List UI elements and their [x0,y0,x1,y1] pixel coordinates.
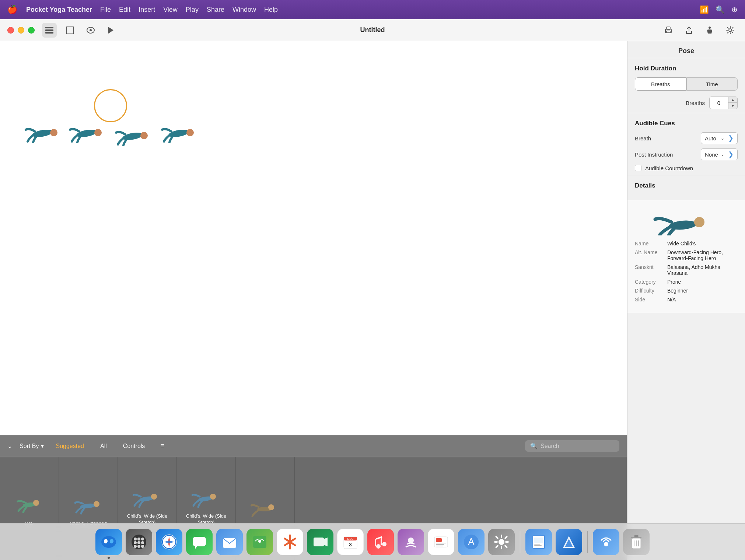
pose-alt-name-key: Alt. Name [635,249,664,261]
control-center-icon[interactable]: ⊕ [731,5,738,14]
svg-point-61 [382,542,387,546]
pose-side-val: N/A [667,297,738,302]
search-box[interactable]: 🔍 [525,440,619,452]
menu-insert[interactable]: Insert [139,6,155,14]
tab-suggested[interactable]: Suggested [51,441,88,452]
dock-photos[interactable] [277,529,303,555]
pose-figure-1[interactable] [22,115,66,144]
stepper-buttons: ▲ ▼ [728,97,737,109]
svg-rect-82 [631,537,641,538]
tab-controls[interactable]: Controls [119,441,150,452]
toolbar-right [661,23,738,38]
play-button[interactable] [104,24,117,37]
preview-icon[interactable] [83,23,98,38]
dock-launchpad[interactable] [126,529,152,555]
svg-point-5 [90,29,92,31]
menu-help[interactable]: Help [264,6,278,14]
svg-point-33 [104,539,108,543]
breath-select[interactable]: Auto ⌄ ❯ [701,132,738,144]
svg-point-17 [140,132,148,139]
app-name[interactable]: Pocket Yoga Teacher [26,6,92,14]
pose-info-panel: Name Wide Child's Alt. Name Downward-Fac… [627,200,745,313]
breaths-button[interactable]: Breaths [635,77,686,91]
breaths-input[interactable] [710,98,728,108]
close-button[interactable] [7,27,14,34]
dock-mail[interactable] [216,529,243,555]
collapse-button[interactable]: ⌄ [7,442,12,449]
apple-menu[interactable]: 🍎 [7,5,17,14]
menu-view[interactable]: View [163,6,178,14]
dock-podcasts[interactable] [398,529,424,555]
svg-point-53 [258,540,261,543]
svg-point-31 [694,217,704,227]
pose-card-img [190,484,223,510]
dock-safari[interactable] [156,529,182,555]
dock-finder[interactable] [95,529,122,555]
view-single-icon[interactable] [63,23,77,38]
dock-airdrop[interactable] [593,529,619,555]
svg-rect-54 [314,538,324,546]
audible-cues-section: Audible Cues Breath Auto ⌄ ❯ Post Instru… [627,113,745,175]
search-menu-icon[interactable]: 🔍 [716,5,725,14]
dock-messages[interactable] [186,529,213,555]
menu-edit[interactable]: Edit [119,6,130,14]
dock-maps[interactable] [246,529,273,555]
share-icon[interactable] [682,23,696,38]
svg-point-37 [137,538,140,540]
pose-figure-3[interactable] [112,119,157,146]
hold-duration-buttons: Breaths Time [635,77,738,91]
stepper-decrement[interactable]: ▼ [728,103,737,109]
print-icon[interactable] [661,23,676,38]
canvas-workspace[interactable] [0,41,627,435]
menu-play[interactable]: Play [186,6,199,14]
dock-news[interactable] [428,529,454,555]
svg-point-29 [268,504,274,510]
svg-rect-77 [534,545,542,546]
sort-by-button[interactable]: Sort By ▾ [20,442,44,449]
menu-window[interactable]: Window [232,6,256,14]
menu-bar: 🍎 Pocket Yoga Teacher File Edit Insert V… [0,0,745,19]
hold-duration-title: Hold Duration [635,65,738,72]
menu-bar-right: 📶 🔍 ⊕ [700,5,738,14]
maximize-button[interactable] [28,27,35,34]
tab-all[interactable]: All [96,441,111,452]
stepper-increment[interactable]: ▲ [728,97,737,103]
dock-preview[interactable] [525,529,552,555]
pose-header: Pose [627,41,745,58]
dock-xcode[interactable] [556,529,582,555]
menu-share[interactable]: Share [207,6,224,14]
dock-music[interactable] [367,529,394,555]
dock-system-prefs[interactable] [488,529,515,555]
breath-select-chevron-icon: ❯ [728,134,734,142]
dock-facetime[interactable] [307,529,333,555]
dock-trash[interactable] [623,529,650,555]
traffic-lights [7,27,35,34]
time-button[interactable]: Time [686,77,738,91]
audible-cues-title: Audible Cues [635,120,738,127]
search-icon: 🔍 [530,442,538,449]
view-list-icon[interactable] [42,23,57,38]
sort-by-label: Sort By [20,443,39,449]
list-view-icon[interactable]: ≡ [160,442,164,450]
pose-category-val: Prone [667,279,738,285]
svg-point-25 [151,494,157,500]
menu-file[interactable]: File [100,6,111,14]
svg-point-23 [94,501,99,507]
settings-icon[interactable] [723,23,738,38]
breaths-label: Breaths [686,100,705,106]
search-input[interactable] [541,443,614,449]
audible-countdown-checkbox[interactable] [635,165,641,171]
svg-rect-49 [193,537,206,546]
svg-point-15 [94,129,102,136]
dock-calendar[interactable]: 3DEC [337,529,364,555]
pose-card-img [249,494,282,520]
minimize-button[interactable] [18,27,24,34]
pose-figure-4[interactable] [158,115,203,144]
dock-app-store[interactable]: A [458,529,485,555]
pose-alt-name-row: Alt. Name Downward-Facing Hero, Forward-… [635,249,738,261]
post-instruction-select[interactable]: None ⌄ ❯ [701,148,738,160]
figure-icon[interactable] [702,23,717,38]
pose-difficulty-val: Beginner [667,288,738,294]
wifi-icon[interactable]: 📶 [700,5,709,14]
pose-difficulty-key: Difficulty [635,288,664,294]
